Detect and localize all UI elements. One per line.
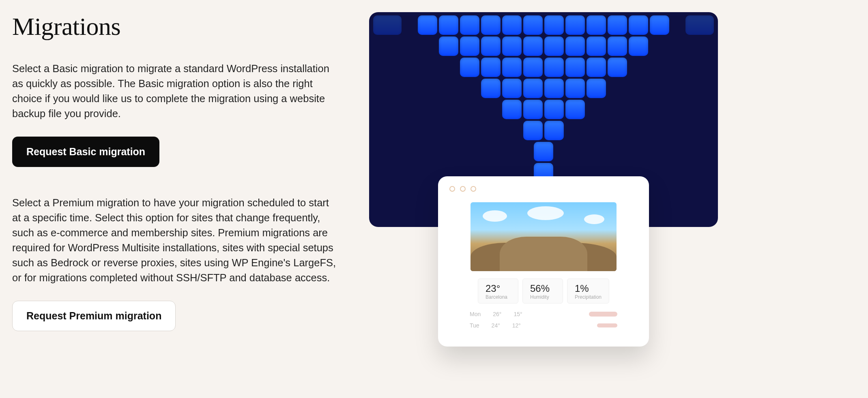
forecast-list: Mon 26° 15° Tue 24° 12° (449, 311, 638, 329)
forecast-bar-icon (597, 323, 617, 327)
weather-stats: 23° Barcelona 56% Humidity 1% Precipitat… (449, 278, 638, 304)
forecast-hi: 24° (492, 322, 500, 329)
stat-temperature: 23° Barcelona (478, 278, 518, 304)
stat-label: Barcelona (486, 294, 511, 300)
window-dot-icon (471, 186, 476, 192)
stat-precipitation: 1% Precipitation (567, 278, 609, 304)
request-premium-migration-button[interactable]: Request Premium migration (12, 301, 176, 331)
forecast-row: Mon 26° 15° (470, 311, 617, 317)
forecast-hi: 26° (493, 311, 501, 317)
window-controls (449, 186, 638, 192)
forecast-day: Tue (470, 322, 479, 329)
stat-value: 1% (575, 283, 602, 294)
stat-label: Humidity (530, 294, 555, 300)
forecast-row: Tue 24° 12° (470, 322, 617, 329)
content-column: Migrations Select a Basic migration to m… (12, 8, 337, 331)
illustration-column: 23° Barcelona 56% Humidity 1% Precipitat… (369, 8, 856, 331)
premium-description: Select a Premium migration to have your … (12, 195, 337, 285)
stat-value: 23° (486, 283, 511, 294)
basic-description: Select a Basic migration to migrate a st… (12, 61, 337, 121)
request-basic-migration-button[interactable]: Request Basic migration (12, 137, 159, 167)
forecast-bar-icon (589, 312, 617, 317)
stat-label: Precipitation (575, 294, 602, 300)
window-dot-icon (449, 186, 455, 192)
page-title: Migrations (12, 12, 337, 41)
forecast-lo: 12° (512, 322, 521, 329)
stat-value: 56% (530, 283, 555, 294)
forecast-day: Mon (470, 311, 481, 317)
forecast-lo: 15° (513, 311, 522, 317)
window-dot-icon (460, 186, 466, 192)
preview-photo (471, 202, 617, 271)
stat-humidity: 56% Humidity (522, 278, 563, 304)
preview-window: 23° Barcelona 56% Humidity 1% Precipitat… (438, 176, 649, 347)
